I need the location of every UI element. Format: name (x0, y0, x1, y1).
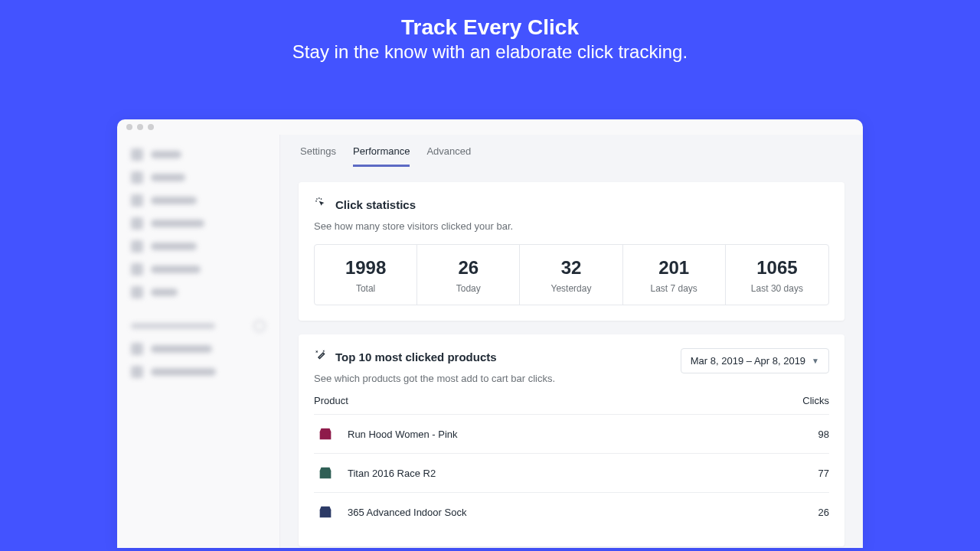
stat-label: Last 30 days (732, 283, 822, 294)
stat-value: 1998 (321, 257, 410, 279)
main-content: SettingsPerformanceAdvanced Click statis… (279, 135, 863, 548)
sidebar (117, 135, 279, 548)
stats-grid: 1998Total26Today32Yesterday201Last 7 day… (314, 244, 829, 305)
stat-cell: 201Last 7 days (623, 245, 726, 305)
stat-value: 1065 (732, 257, 822, 279)
stat-cell: 1998Total (315, 245, 417, 305)
product-clicks: 77 (818, 468, 829, 479)
window-dot (137, 124, 143, 130)
hero-title: Track Every Click (0, 15, 980, 40)
top-products-card: Top 10 most clicked products See which p… (299, 334, 844, 546)
product-thumbnail (314, 500, 337, 523)
chevron-down-icon: ▼ (812, 357, 819, 365)
window-traffic-lights (117, 119, 863, 135)
stat-label: Today (423, 283, 513, 294)
product-thumbnail (314, 461, 337, 484)
sidebar-item[interactable] (131, 171, 266, 184)
stat-value: 32 (526, 257, 616, 279)
sidebar-item[interactable] (131, 148, 266, 161)
wand-icon (314, 348, 328, 365)
card-title: Top 10 most clicked products (335, 350, 497, 364)
stat-cell: 1065Last 30 days (726, 245, 828, 305)
tab-performance[interactable]: Performance (353, 145, 410, 167)
table-row[interactable]: 365 Advanced Indoor Sock26 (314, 492, 829, 531)
product-clicks: 98 (818, 429, 829, 440)
date-range-picker[interactable]: Mar 8, 2019 – Apr 8, 2019 ▼ (681, 348, 829, 373)
sidebar-item[interactable] (131, 217, 266, 230)
col-clicks: Clicks (802, 395, 829, 406)
stat-cell: 26Today (417, 245, 520, 305)
browser-window: SettingsPerformanceAdvanced Click statis… (117, 119, 863, 548)
card-title: Click statistics (335, 198, 416, 211)
sidebar-section-header (131, 320, 266, 332)
tab-advanced[interactable]: Advanced (426, 145, 471, 167)
col-product: Product (314, 395, 348, 406)
stat-value: 26 (423, 257, 513, 279)
tab-settings[interactable]: Settings (300, 145, 336, 167)
stat-label: Total (321, 283, 410, 294)
product-name: Run Hood Women - Pink (348, 429, 818, 440)
sidebar-item[interactable] (131, 240, 266, 253)
stat-label: Last 7 days (629, 283, 719, 294)
sidebar-item[interactable] (131, 194, 266, 207)
card-subtitle: See which products got the most add to c… (314, 373, 555, 384)
window-dot (126, 124, 132, 130)
stat-value: 201 (629, 257, 719, 279)
table-row[interactable]: Run Hood Women - Pink98 (314, 414, 829, 453)
sidebar-item[interactable] (131, 286, 266, 298)
product-clicks: 26 (818, 507, 829, 518)
product-name: 365 Advanced Indoor Sock (348, 507, 818, 518)
click-statistics-card: Click statistics See how many store visi… (299, 182, 844, 321)
window-dot (148, 124, 154, 130)
product-name: Titan 2016 Race R2 (348, 468, 818, 479)
sidebar-item[interactable] (131, 366, 266, 378)
date-range-label: Mar 8, 2019 – Apr 8, 2019 (691, 355, 805, 367)
stat-cell: 32Yesterday (520, 245, 622, 305)
sidebar-item[interactable] (131, 343, 266, 355)
product-thumbnail (314, 422, 337, 445)
table-row[interactable]: Titan 2016 Race R277 (314, 453, 829, 492)
tabs: SettingsPerformanceAdvanced (280, 135, 863, 167)
card-subtitle: See how many store visitors clicked your… (314, 220, 829, 232)
sidebar-item[interactable] (131, 263, 266, 276)
stat-label: Yesterday (526, 283, 616, 294)
cursor-click-icon (314, 196, 328, 213)
hero-subtitle: Stay in the know with an elaborate click… (0, 41, 980, 63)
table-header: Product Clicks (314, 384, 829, 414)
